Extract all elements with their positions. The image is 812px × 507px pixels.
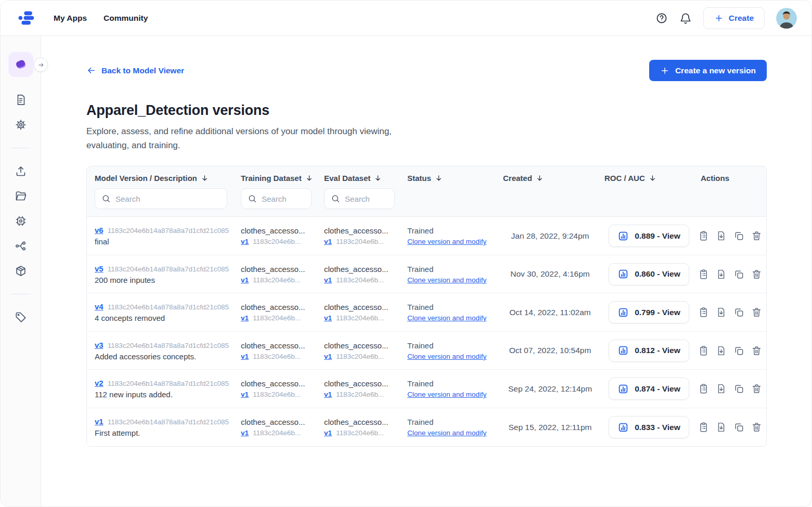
- copy-icon[interactable]: [733, 422, 744, 433]
- copy-icon[interactable]: [733, 269, 744, 280]
- column-header-created[interactable]: Created: [503, 174, 544, 183]
- roc-auc-cell: 0.860 - View: [604, 263, 701, 285]
- file-download-icon[interactable]: [716, 230, 727, 241]
- model-version-hash: 1183c204e6b14a878a8a7d1cfd21c085: [108, 418, 229, 426]
- trash-icon[interactable]: [751, 307, 762, 318]
- clone-version-link[interactable]: Clone version and modify: [407, 429, 486, 437]
- sort-icon[interactable]: [649, 174, 656, 182]
- column-header-eval-dataset[interactable]: Eval Dataset: [324, 174, 382, 183]
- sort-icon[interactable]: [201, 174, 209, 182]
- model-version-link[interactable]: v1: [95, 417, 104, 426]
- document-icon[interactable]: [15, 94, 27, 106]
- eval-dataset-version-link[interactable]: v1: [324, 391, 332, 398]
- column-header-training-dataset[interactable]: Training Dataset: [241, 174, 313, 183]
- workflow-icon[interactable]: [15, 240, 27, 252]
- gear-icon[interactable]: [15, 119, 27, 131]
- tag-icon[interactable]: [15, 311, 27, 323]
- clone-version-link[interactable]: Clone version and modify: [407, 391, 486, 398]
- training-dataset-version-link[interactable]: v1: [241, 353, 249, 360]
- copy-icon[interactable]: [733, 345, 744, 356]
- model-version-link[interactable]: v5: [95, 264, 104, 273]
- clipboard-list-icon[interactable]: [698, 230, 709, 241]
- file-download-icon[interactable]: [716, 422, 727, 433]
- left-sidebar: [1, 36, 41, 506]
- roc-view-button[interactable]: 0.874 - View: [609, 378, 689, 400]
- eval-dataset-version-link[interactable]: v1: [324, 353, 332, 360]
- sort-icon[interactable]: [536, 174, 544, 182]
- clipboard-list-icon[interactable]: [698, 345, 709, 356]
- clipboard-list-icon[interactable]: [698, 269, 709, 280]
- file-download-icon[interactable]: [716, 269, 727, 280]
- roc-view-button[interactable]: 0.860 - View: [609, 263, 689, 285]
- user-avatar[interactable]: [776, 8, 797, 29]
- copy-icon[interactable]: [733, 230, 744, 241]
- column-header-roc-auc[interactable]: ROC / AUC: [604, 174, 656, 183]
- trash-icon[interactable]: [751, 383, 762, 394]
- clarifai-logo-icon[interactable]: [15, 7, 38, 30]
- model-version-link[interactable]: v3: [95, 341, 104, 349]
- create-new-version-button[interactable]: Create a new version: [649, 60, 767, 81]
- training-dataset-version-link[interactable]: v1: [241, 276, 249, 284]
- roc-view-button[interactable]: 0.833 - View: [609, 416, 689, 438]
- nav-my-apps[interactable]: My Apps: [54, 14, 87, 23]
- model-version-search-input[interactable]: [115, 194, 221, 203]
- training-dataset-version-link[interactable]: v1: [241, 429, 249, 437]
- clipboard-list-icon[interactable]: [698, 307, 709, 318]
- chip-icon[interactable]: [15, 215, 27, 227]
- eval-dataset-version-link[interactable]: v1: [324, 314, 332, 322]
- status-cell: Trained Clone version and modify: [407, 418, 503, 437]
- eval-dataset-name: clothes_accesso...: [324, 303, 400, 311]
- file-download-icon[interactable]: [716, 383, 727, 394]
- training-dataset-search-input[interactable]: [262, 194, 305, 203]
- eval-dataset-version-link[interactable]: v1: [324, 429, 332, 437]
- trash-icon[interactable]: [751, 345, 762, 356]
- model-version-link[interactable]: v2: [95, 379, 104, 387]
- roc-view-button[interactable]: 0.889 - View: [609, 225, 689, 247]
- sidebar-expand-button[interactable]: [34, 58, 48, 72]
- clipboard-list-icon[interactable]: [698, 383, 709, 394]
- file-download-icon[interactable]: [716, 307, 727, 318]
- training-dataset-name: clothes_accesso...: [241, 379, 317, 388]
- eval-dataset-search-input[interactable]: [345, 194, 388, 203]
- sidebar-divider: [11, 294, 31, 294]
- clone-version-link[interactable]: Clone version and modify: [407, 238, 486, 245]
- plus-icon: [714, 14, 724, 23]
- model-version-link[interactable]: v6: [95, 226, 104, 235]
- sort-icon[interactable]: [374, 174, 382, 182]
- eval-dataset-version-link[interactable]: v1: [324, 276, 332, 284]
- model-version-cell: v4 1183c204e6b14a878a8a7d1cfd21c085 4 co…: [95, 302, 241, 322]
- created-date: Jan 28, 2022, 9:24pm: [511, 231, 589, 241]
- table-row: v4 1183c204e6b14a878a8a7d1cfd21c085 4 co…: [87, 293, 766, 332]
- column-header-status[interactable]: Status: [407, 174, 443, 183]
- help-icon[interactable]: [655, 12, 668, 24]
- clone-version-link[interactable]: Clone version and modify: [407, 353, 486, 360]
- clone-version-link[interactable]: Clone version and modify: [407, 314, 486, 322]
- back-to-model-viewer-link[interactable]: Back to Model Viewer: [86, 66, 184, 75]
- nav-community[interactable]: Community: [104, 14, 148, 23]
- sort-icon[interactable]: [305, 174, 313, 182]
- roc-view-button[interactable]: 0.812 - View: [609, 340, 689, 362]
- trash-icon[interactable]: [751, 422, 762, 433]
- app-tile[interactable]: [8, 52, 33, 77]
- copy-icon[interactable]: [733, 307, 744, 318]
- training-dataset-version-link[interactable]: v1: [241, 391, 249, 398]
- trash-icon[interactable]: [751, 230, 762, 241]
- roc-view-button[interactable]: 0.799 - View: [609, 301, 689, 323]
- trash-icon[interactable]: [751, 269, 762, 280]
- eval-dataset-version-link[interactable]: v1: [324, 238, 332, 245]
- training-dataset-version-link[interactable]: v1: [241, 238, 249, 245]
- column-header-model-version[interactable]: Model Version / Description: [95, 174, 209, 183]
- folder-icon[interactable]: [15, 190, 27, 202]
- model-version-link[interactable]: v4: [95, 302, 104, 311]
- sort-icon[interactable]: [435, 174, 443, 182]
- bell-icon[interactable]: [679, 12, 692, 24]
- cube-icon[interactable]: [15, 265, 27, 277]
- status-cell: Trained Clone version and modify: [407, 341, 503, 360]
- training-dataset-version-link[interactable]: v1: [241, 314, 249, 322]
- create-button[interactable]: Create: [703, 7, 765, 29]
- clipboard-list-icon[interactable]: [698, 422, 709, 433]
- clone-version-link[interactable]: Clone version and modify: [407, 276, 486, 284]
- upload-icon[interactable]: [15, 165, 27, 177]
- copy-icon[interactable]: [733, 383, 744, 394]
- file-download-icon[interactable]: [716, 345, 727, 356]
